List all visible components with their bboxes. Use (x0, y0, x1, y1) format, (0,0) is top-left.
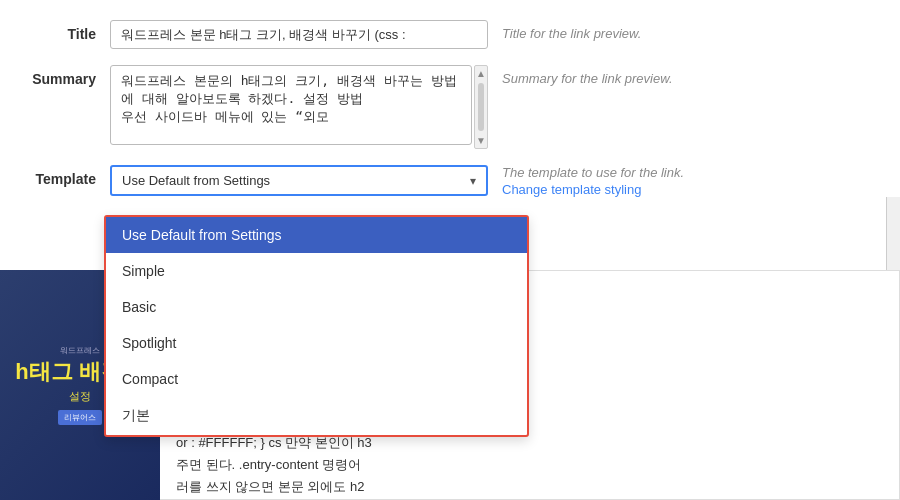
title-hint: Title for the link preview. (488, 20, 880, 41)
summary-scrollbar[interactable]: ▲ ▼ (474, 65, 488, 149)
dropdown-item-0[interactable]: Use Default from Settings (106, 217, 527, 253)
template-label: Template (20, 165, 110, 187)
template-dropdown: Use Default from Settings Simple Basic S… (104, 215, 529, 437)
dropdown-item-1[interactable]: Simple (106, 253, 527, 289)
dropdown-item-5[interactable]: 기본 (106, 397, 527, 435)
template-row: Template Use Default from Settings ▾ The… (0, 165, 900, 197)
preview-body-line-7: 러를 쓰지 않으면 본문 외에도 h2 (176, 476, 883, 498)
dropdown-item-2[interactable]: Basic (106, 289, 527, 325)
summary-input-wrap: 워드프레스 본문의 h태그의 크기, 배경색 바꾸는 방법에 대해 알아보도록 … (110, 65, 488, 149)
dropdown-item-4[interactable]: Compact (106, 361, 527, 397)
summary-textarea[interactable]: 워드프레스 본문의 h태그의 크기, 배경색 바꾸는 방법에 대해 알아보도록 … (110, 65, 472, 145)
dropdown-item-3[interactable]: Spotlight (106, 325, 527, 361)
title-label: Title (20, 20, 110, 42)
template-select-wrap[interactable]: Use Default from Settings ▾ (110, 165, 488, 196)
title-input-wrap (110, 20, 488, 49)
summary-label: Summary (20, 65, 110, 87)
template-input-wrap: Use Default from Settings ▾ (110, 165, 488, 196)
template-hint-text: The template to use for the link. (502, 165, 880, 180)
thumbnail-badge: 리뷰어스 (58, 410, 102, 425)
scroll-up-arrow[interactable]: ▲ (476, 68, 486, 79)
template-hint-wrap: The template to use for the link. Change… (488, 165, 880, 197)
scroll-down-arrow[interactable]: ▼ (476, 135, 486, 146)
thumbnail-sub-text: 설정 (69, 389, 91, 404)
main-container: Title Title for the link preview. Summar… (0, 0, 900, 500)
preview-body-line-6: 주면 된다. .entry-content 명령어 (176, 454, 883, 476)
title-row: Title Title for the link preview. (0, 20, 900, 49)
summary-hint: Summary for the link preview. (488, 65, 880, 86)
change-template-link[interactable]: Change template styling (502, 182, 880, 197)
title-input[interactable] (110, 20, 488, 49)
summary-row: Summary 워드프레스 본문의 h태그의 크기, 배경색 바꾸는 방법에 대… (0, 65, 900, 149)
template-select-value[interactable]: Use Default from Settings (112, 167, 460, 194)
form-area: Title Title for the link preview. Summar… (0, 0, 900, 197)
thumbnail-top-label: 워드프레스 (60, 345, 100, 356)
template-chevron-icon[interactable]: ▾ (460, 174, 486, 188)
